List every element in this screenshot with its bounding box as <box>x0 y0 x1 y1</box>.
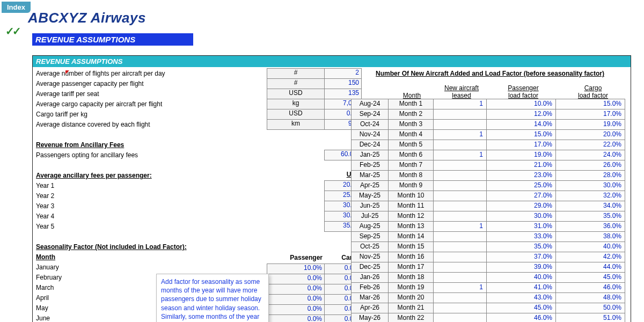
cargo-loadfactor-cell[interactable]: 50.0% <box>555 303 625 313</box>
unit-cell[interactable]: USD <box>267 109 325 120</box>
date-cell[interactable]: Feb-25 <box>351 160 389 171</box>
leased-cell[interactable] <box>433 201 487 211</box>
leased-cell[interactable] <box>433 313 487 322</box>
cargo-loadfactor-cell[interactable]: 20.0% <box>555 129 625 140</box>
pax-loadfactor-cell[interactable]: 17.0% <box>486 140 556 150</box>
month-cell[interactable]: Month 10 <box>388 191 434 201</box>
month-cell[interactable]: Month 12 <box>388 211 434 222</box>
cargo-loadfactor-cell[interactable]: 26.0% <box>555 160 625 171</box>
cargo-loadfactor-cell[interactable]: 45.0% <box>555 272 625 283</box>
pax-loadfactor-cell[interactable]: 27.0% <box>486 191 556 201</box>
pax-loadfactor-cell[interactable]: 12.0% <box>486 109 556 120</box>
cargo-loadfactor-cell[interactable]: 30.0% <box>555 180 625 191</box>
leased-cell[interactable] <box>433 303 487 313</box>
month-cell[interactable]: Month 13 <box>388 221 434 232</box>
date-cell[interactable]: Jun-25 <box>351 201 389 211</box>
cargo-loadfactor-cell[interactable]: 17.0% <box>555 109 625 120</box>
month-cell[interactable]: Month 4 <box>388 129 434 140</box>
month-cell[interactable]: Month 18 <box>388 272 434 283</box>
month-cell[interactable]: Month 8 <box>388 170 434 181</box>
date-cell[interactable]: Mar-25 <box>351 170 389 181</box>
month-cell[interactable]: Month 14 <box>388 231 434 242</box>
seasonality-pax-cell[interactable]: 0.0% <box>267 284 325 295</box>
month-cell[interactable]: Month 1 <box>388 99 434 109</box>
leased-cell[interactable] <box>433 292 487 303</box>
leased-cell[interactable]: 1 <box>433 129 487 140</box>
leased-cell[interactable]: 1 <box>433 221 487 232</box>
date-cell[interactable]: Sep-25 <box>351 231 389 242</box>
cargo-loadfactor-cell[interactable]: 22.0% <box>555 140 625 150</box>
cargo-loadfactor-cell[interactable]: 35.0% <box>555 211 625 222</box>
month-cell[interactable]: Month 22 <box>388 313 434 322</box>
leased-cell[interactable]: 1 <box>433 99 487 109</box>
date-cell[interactable]: Oct-24 <box>351 119 389 130</box>
month-cell[interactable]: Month 16 <box>388 252 434 262</box>
cargo-loadfactor-cell[interactable]: 34.0% <box>555 201 625 211</box>
unit-cell[interactable]: # <box>267 78 325 89</box>
cargo-loadfactor-cell[interactable]: 36.0% <box>555 221 625 232</box>
date-cell[interactable]: May-25 <box>351 191 389 201</box>
leased-cell[interactable] <box>433 272 487 283</box>
leased-cell[interactable]: 1 <box>433 150 487 160</box>
date-cell[interactable]: Aug-24 <box>351 99 389 109</box>
pax-loadfactor-cell[interactable]: 23.0% <box>486 170 556 181</box>
seasonality-pax-cell[interactable]: 0.0% <box>267 304 325 315</box>
pax-loadfactor-cell[interactable]: 33.0% <box>486 231 556 242</box>
leased-cell[interactable] <box>433 241 487 252</box>
month-cell[interactable]: Month 9 <box>388 180 434 191</box>
cargo-loadfactor-cell[interactable]: 24.0% <box>555 150 625 160</box>
unit-cell[interactable]: km <box>267 119 325 130</box>
leased-cell[interactable] <box>433 109 487 120</box>
pax-loadfactor-cell[interactable]: 21.0% <box>486 160 556 171</box>
cargo-loadfactor-cell[interactable]: 15.0% <box>555 99 625 109</box>
leased-cell[interactable] <box>433 170 487 181</box>
date-cell[interactable]: Feb-26 <box>351 282 389 293</box>
leased-cell[interactable] <box>433 160 487 171</box>
comment-marker-icon[interactable]: ◤ <box>65 67 69 77</box>
pax-loadfactor-cell[interactable]: 31.0% <box>486 221 556 232</box>
date-cell[interactable]: Dec-24 <box>351 140 389 150</box>
month-cell[interactable]: Month 5 <box>388 140 434 150</box>
pax-loadfactor-cell[interactable]: 45.0% <box>486 303 556 313</box>
month-cell[interactable]: Month 11 <box>388 201 434 211</box>
pax-loadfactor-cell[interactable]: 43.0% <box>486 292 556 303</box>
leased-cell[interactable] <box>433 211 487 222</box>
unit-cell[interactable]: # <box>267 68 325 79</box>
leased-cell[interactable] <box>433 119 487 130</box>
pax-loadfactor-cell[interactable]: 37.0% <box>486 252 556 262</box>
pax-loadfactor-cell[interactable]: 35.0% <box>486 241 556 252</box>
seasonality-pax-cell[interactable]: 0.0% <box>267 274 325 284</box>
cargo-loadfactor-cell[interactable]: 51.0% <box>555 313 625 322</box>
leased-cell[interactable] <box>433 180 487 191</box>
month-cell[interactable]: Month 6 <box>388 150 434 160</box>
seasonality-note[interactable]: Add factor for seasonality as some month… <box>156 274 269 322</box>
pax-loadfactor-cell[interactable]: 46.0% <box>486 313 556 322</box>
date-cell[interactable]: Mar-26 <box>351 292 389 303</box>
pax-loadfactor-cell[interactable]: 39.0% <box>486 262 556 273</box>
month-cell[interactable]: Month 19 <box>388 282 434 293</box>
cargo-loadfactor-cell[interactable]: 40.0% <box>555 241 625 252</box>
leased-cell[interactable] <box>433 191 487 201</box>
leased-cell[interactable] <box>433 231 487 242</box>
cargo-loadfactor-cell[interactable]: 19.0% <box>555 119 625 130</box>
pax-loadfactor-cell[interactable]: 19.0% <box>486 150 556 160</box>
date-cell[interactable]: Jan-26 <box>351 272 389 283</box>
leased-cell[interactable] <box>433 140 487 150</box>
cargo-loadfactor-cell[interactable]: 32.0% <box>555 191 625 201</box>
cargo-loadfactor-cell[interactable]: 48.0% <box>555 292 625 303</box>
pax-loadfactor-cell[interactable]: 41.0% <box>486 282 556 293</box>
cargo-loadfactor-cell[interactable]: 44.0% <box>555 262 625 273</box>
pax-loadfactor-cell[interactable]: 30.0% <box>486 211 556 222</box>
pax-loadfactor-cell[interactable]: 10.0% <box>486 99 556 109</box>
pax-loadfactor-cell[interactable]: 15.0% <box>486 129 556 140</box>
seasonality-pax-cell[interactable]: 0.0% <box>267 314 325 322</box>
pax-loadfactor-cell[interactable]: 14.0% <box>486 119 556 130</box>
month-cell[interactable]: Month 15 <box>388 241 434 252</box>
index-tab[interactable]: Index <box>2 2 31 13</box>
month-cell[interactable]: Month 20 <box>388 292 434 303</box>
date-cell[interactable]: Nov-25 <box>351 252 389 262</box>
cargo-loadfactor-cell[interactable]: 46.0% <box>555 282 625 293</box>
leased-cell[interactable] <box>433 262 487 273</box>
date-cell[interactable]: Aug-25 <box>351 221 389 232</box>
unit-cell[interactable]: USD <box>267 89 325 99</box>
